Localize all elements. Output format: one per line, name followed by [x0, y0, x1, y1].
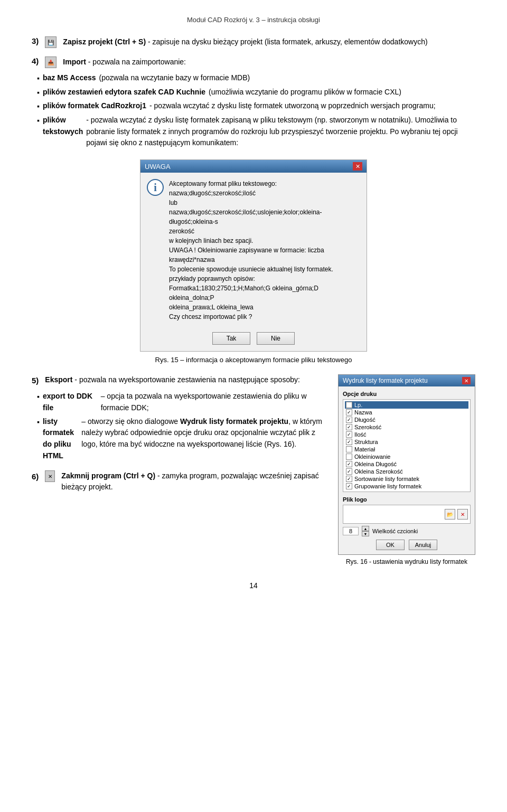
section-5-right: Wydruk listy formatek projektu ✕ Opcje d…: [338, 374, 475, 565]
section-5-bullets: export to DDK file – opcja ta pozwala na…: [37, 391, 325, 461]
info-icon: i: [147, 179, 164, 196]
dialog-close-button[interactable]: ✕: [353, 162, 362, 171]
dialog-container: UWAGA ✕ i Akceptowany format pliku tekst…: [32, 159, 475, 352]
import-icon: 📥: [45, 56, 57, 68]
font-size-label: Wielkość czcionki: [372, 528, 418, 534]
export-bullet-1: export to DDK file – opcja ta pozwala na…: [37, 391, 325, 413]
section-3-number: 3): [32, 36, 39, 45]
checkbox-okleiniowanie[interactable]: [346, 454, 352, 460]
checkbox-ilosc[interactable]: [346, 431, 352, 438]
close-program-icon: ✕: [45, 470, 55, 482]
section-5-left: 5) Eksport - pozwala na wyeksportowanie …: [32, 374, 325, 565]
section-5-desc: pozwala na wyeksportowanie zestawienia n…: [79, 375, 300, 384]
export-item-dlugosc[interactable]: Długość: [345, 416, 468, 423]
export-item-struktura[interactable]: Struktura: [345, 438, 468, 446]
font-size-up-button[interactable]: ▲: [362, 526, 369, 531]
dialog-titlebar: UWAGA ✕: [140, 160, 367, 173]
checkbox-okleina-sz[interactable]: [346, 468, 352, 475]
export-ok-button[interactable]: OK: [376, 540, 405, 550]
checkbox-lp[interactable]: [346, 402, 352, 408]
section-4: 4) 📥 Import - pozwala na zaimportowanie:…: [32, 56, 475, 149]
section-6-text: Zakmnij program (Ctrl + Q) - zamyka prog…: [61, 470, 325, 493]
save-icon: 💾: [45, 36, 57, 48]
export-item-grupowanie[interactable]: Grupowanie listy formatek: [345, 483, 468, 490]
export-bullet-2: listy formatek do pliku HTML – otworzy s…: [37, 416, 325, 462]
section-4-text: Import - pozwala na zaimportowanie:: [63, 56, 186, 68]
page-header: Moduł CAD Rozkrój v. 3 – instrukcja obsł…: [32, 16, 475, 24]
export-close-button[interactable]: ✕: [462, 377, 471, 384]
export-window: Wydruk listy formatek projektu ✕ Opcje d…: [338, 374, 475, 555]
section-4-bullets: baz MS Access (pozwala na wczytanie bazy…: [37, 72, 475, 149]
section-4-header: 4) 📥 Import - pozwala na zaimportowanie:: [32, 56, 475, 68]
bullet-3: plików formatek CadRozkroj1 - pozwala wc…: [37, 100, 475, 112]
section-5-number: 5): [32, 374, 39, 386]
page-number: 14: [32, 581, 475, 590]
section-5-twocol: 5) Eksport - pozwala na wyeksportowanie …: [32, 374, 475, 565]
bullet-1: baz MS Access (pozwala na wczytanie bazy…: [37, 72, 475, 84]
section-3-dash: -: [148, 37, 151, 46]
dialog-text: Akceptowany format pliku tekstowego: naz…: [169, 179, 360, 322]
section-4-title: Import: [63, 58, 86, 66]
dialog-buttons: Tak Nie: [140, 328, 367, 351]
dialog-no-button[interactable]: Nie: [257, 332, 295, 345]
bullet-2: plików zestawień edytora szafek CAD Kuch…: [37, 87, 475, 99]
export-item-ilosc[interactable]: Ilość: [345, 431, 468, 438]
bullet-4: plików tekstowych - pozwala wczytać z dy…: [37, 115, 475, 149]
section-5-text: Eksport - pozwala na wyeksportowanie zes…: [45, 374, 300, 386]
font-size-spinners: ▲ ▼: [362, 526, 369, 536]
export-body: Opcje druku Lp. Nazwa Długość: [339, 386, 475, 554]
export-title: Wydruk listy formatek projektu: [343, 377, 428, 384]
export-item-material[interactable]: Materiał: [345, 446, 468, 453]
section-4-desc: pozwala na zaimportowanie:: [92, 58, 186, 66]
logo-open-button[interactable]: 📂: [445, 509, 455, 520]
section-3-title: Zapisz projekt (Ctrl + S): [63, 37, 146, 46]
uwaga-dialog: UWAGA ✕ i Akceptowany format pliku tekst…: [140, 159, 367, 352]
opcje-druku-label: Opcje druku: [343, 391, 471, 397]
section-6: 6) ✕ Zakmnij program (Ctrl + Q) - zamyka…: [32, 470, 325, 493]
export-item-okleiniowanie[interactable]: Okleiniowanie: [345, 453, 468, 460]
plik-logo-section: Plik logo 📂 ✕: [343, 496, 471, 524]
dialog-title: UWAGA: [145, 163, 171, 171]
font-size-row: ▲ ▼ Wielkość czcionki: [343, 526, 471, 536]
export-item-lp[interactable]: Lp.: [345, 401, 468, 409]
checkbox-dlugosc[interactable]: [346, 417, 352, 423]
plik-logo-label: Plik logo: [343, 496, 471, 503]
checkbox-szerokosc[interactable]: [346, 424, 352, 430]
checkbox-okleina-dl[interactable]: [346, 461, 352, 467]
section-3: 3) 💾 Zapisz projekt (Ctrl + S) - zapisuj…: [32, 36, 475, 48]
export-item-szerokosc[interactable]: Szerokość: [345, 423, 468, 431]
section-3-header: 3) 💾 Zapisz projekt (Ctrl + S) - zapisuj…: [32, 36, 475, 48]
export-item-nazwa[interactable]: Nazwa: [345, 409, 468, 416]
logo-delete-button[interactable]: ✕: [457, 509, 468, 520]
checkbox-sortowanie[interactable]: [346, 476, 352, 482]
dialog-body: i Akceptowany format pliku tekstowego: n…: [140, 173, 367, 328]
fig15-caption: Rys. 15 – informacja o akceptowanym form…: [32, 356, 475, 364]
section-4-number: 4): [32, 56, 39, 65]
checkbox-material[interactable]: [346, 446, 352, 452]
export-item-sortowanie[interactable]: Sortowanie listy formatek: [345, 475, 468, 483]
export-item-okleina-sz[interactable]: Okleina Szerokość: [345, 468, 468, 475]
dialog-yes-button[interactable]: Tak: [212, 332, 250, 345]
section-6-header: 6) ✕ Zakmnij program (Ctrl + Q) - zamyka…: [32, 470, 325, 493]
export-item-okleina-dl[interactable]: Okleina Długość: [345, 460, 468, 468]
logo-box: 📂 ✕: [343, 505, 471, 524]
section-6-number: 6): [32, 470, 39, 483]
section-3-desc: zapisuje na dysku bieżący projekt (lista…: [153, 37, 428, 46]
export-cancel-button[interactable]: Anuluj: [409, 540, 437, 550]
section-3-text: Zapisz projekt (Ctrl + S) - zapisuje na …: [63, 36, 427, 48]
font-size-input[interactable]: [343, 527, 359, 535]
fig16-caption: Rys. 16 - ustawienia wydruku listy forma…: [338, 558, 475, 565]
font-size-down-button[interactable]: ▼: [362, 531, 369, 536]
section-6-title: Zakmnij program (Ctrl + Q): [61, 471, 155, 480]
export-list-box: Lp. Nazwa Długość Szerokość: [343, 399, 471, 492]
export-titlebar: Wydruk listy formatek projektu ✕: [339, 375, 475, 386]
checkbox-nazwa[interactable]: [346, 409, 352, 416]
export-ok-cancel: OK Anuluj: [343, 540, 471, 550]
section-5-header: 5) Eksport - pozwala na wyeksportowanie …: [32, 374, 325, 386]
header-title: Moduł CAD Rozkrój v. 3 – instrukcja obsł…: [187, 16, 320, 24]
section-5: 5) Eksport - pozwala na wyeksportowanie …: [32, 374, 475, 565]
checkbox-struktura[interactable]: [346, 439, 352, 445]
checkbox-grupowanie[interactable]: [346, 483, 352, 489]
section-5-title: Eksport: [45, 375, 72, 384]
